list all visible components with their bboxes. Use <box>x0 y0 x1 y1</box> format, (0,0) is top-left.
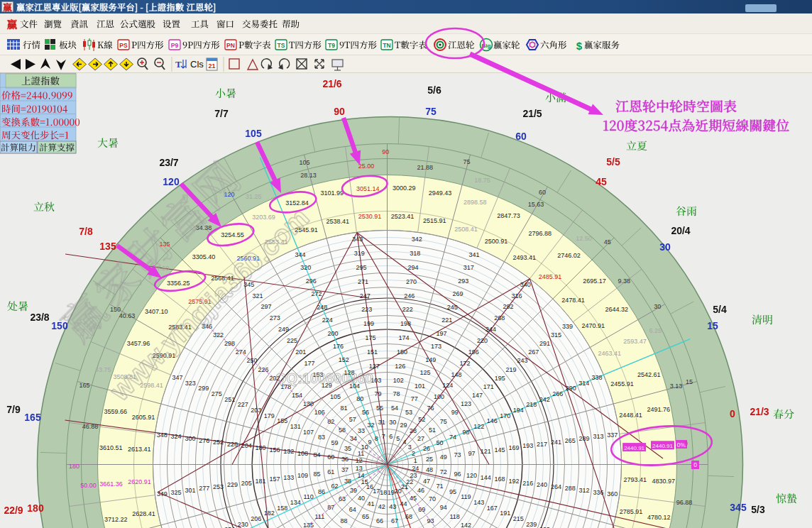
svg-text:T: T <box>175 59 182 70</box>
svg-text:180: 180 <box>255 444 265 451</box>
svg-text:30: 30 <box>389 419 396 426</box>
svg-text:223: 223 <box>361 306 372 313</box>
svg-text:52: 52 <box>418 416 425 423</box>
svg-text:266: 266 <box>552 390 563 397</box>
svg-text:337: 337 <box>607 431 618 439</box>
svg-text:273: 273 <box>270 314 280 321</box>
svg-text:222: 222 <box>402 306 413 313</box>
svg-text:21.88: 21.88 <box>417 164 434 171</box>
svg-text:2746.02: 2746.02 <box>557 252 581 259</box>
svg-text:46: 46 <box>417 487 424 494</box>
svg-text:5: 5 <box>396 435 400 442</box>
svg-text:85: 85 <box>313 471 320 478</box>
svg-text:319: 319 <box>354 250 365 257</box>
svg-text:7/9: 7/9 <box>6 404 21 415</box>
svg-text:59: 59 <box>331 439 339 446</box>
svg-text:90: 90 <box>334 106 345 117</box>
svg-text:199: 199 <box>363 320 374 327</box>
svg-text:180: 180 <box>69 463 79 470</box>
svg-text:130: 130 <box>303 400 314 407</box>
svg-text:320: 320 <box>300 264 311 271</box>
svg-text:54: 54 <box>391 405 398 412</box>
svg-text:38: 38 <box>344 478 351 485</box>
svg-text:121: 121 <box>481 448 491 455</box>
svg-text:5/3: 5/3 <box>751 504 765 515</box>
svg-text:2470.91: 2470.91 <box>581 322 605 329</box>
svg-text:3712.22: 3712.22 <box>104 516 128 523</box>
svg-text:221: 221 <box>441 317 452 324</box>
svg-text:314: 314 <box>578 380 589 387</box>
svg-text:3356.25: 3356.25 <box>167 280 190 287</box>
svg-text:154: 154 <box>292 392 302 399</box>
svg-text:321: 321 <box>252 292 263 299</box>
svg-text:70: 70 <box>429 495 436 502</box>
svg-text:3254.55: 3254.55 <box>221 231 244 238</box>
svg-text:135: 135 <box>303 522 314 528</box>
svg-text:245: 245 <box>447 304 458 311</box>
svg-text:2695.17: 2695.17 <box>583 277 606 285</box>
svg-text:143: 143 <box>473 499 484 506</box>
svg-text:108: 108 <box>297 450 308 457</box>
svg-text:21/5: 21/5 <box>522 108 542 119</box>
svg-text:219: 219 <box>505 366 516 373</box>
svg-text:51: 51 <box>429 427 436 434</box>
svg-text:2538.41: 2538.41 <box>326 218 349 225</box>
svg-text:15.63: 15.63 <box>528 201 544 208</box>
svg-text:290: 290 <box>566 385 576 392</box>
svg-text:3152.84: 3152.84 <box>285 199 309 207</box>
svg-text:30: 30 <box>659 241 671 253</box>
svg-text:57: 57 <box>349 416 356 423</box>
svg-text:146: 146 <box>487 417 498 424</box>
svg-text:165: 165 <box>24 412 41 423</box>
svg-text:119: 119 <box>461 493 471 500</box>
svg-text:148: 148 <box>451 371 461 378</box>
svg-text:244: 244 <box>485 326 496 333</box>
svg-text:313: 313 <box>593 433 603 440</box>
svg-text:46.88: 46.88 <box>82 423 99 430</box>
svg-text:240: 240 <box>537 481 547 488</box>
svg-text:22/9: 22/9 <box>4 505 23 516</box>
svg-text:144: 144 <box>481 474 491 481</box>
svg-text:252: 252 <box>213 439 224 446</box>
svg-text:35: 35 <box>344 445 351 452</box>
svg-text:9: 9 <box>368 439 372 446</box>
svg-text:110: 110 <box>303 493 313 500</box>
svg-text:45: 45 <box>604 238 611 246</box>
svg-text:101: 101 <box>415 383 425 390</box>
svg-text:203: 203 <box>251 407 261 414</box>
svg-text:18: 18 <box>380 489 387 496</box>
svg-text:39: 39 <box>350 487 357 494</box>
svg-text:32: 32 <box>367 422 374 429</box>
svg-text:296: 296 <box>306 277 317 285</box>
svg-text:2593.47: 2593.47 <box>623 338 647 345</box>
svg-text:172: 172 <box>460 360 471 367</box>
svg-text:228: 228 <box>227 441 238 448</box>
svg-text:21/6: 21/6 <box>322 78 341 89</box>
svg-text:2898.58: 2898.58 <box>463 199 487 206</box>
svg-text:2: 2 <box>412 450 415 457</box>
svg-text:31.25: 31.25 <box>246 193 262 200</box>
svg-text:120: 120 <box>466 472 477 479</box>
svg-text:247: 247 <box>360 292 371 299</box>
svg-text:102: 102 <box>393 377 404 384</box>
svg-text:135: 135 <box>99 241 116 252</box>
svg-text:67: 67 <box>391 517 398 524</box>
svg-text:3203.69: 3203.69 <box>252 214 275 221</box>
svg-text:2440.91: 2440.91 <box>652 443 673 449</box>
svg-text:3101.99: 3101.99 <box>320 189 344 197</box>
svg-text:5/4: 5/4 <box>713 304 727 315</box>
svg-text:340: 340 <box>520 281 531 288</box>
svg-text:269: 269 <box>452 290 463 297</box>
svg-text:65: 65 <box>362 513 369 520</box>
svg-text:131: 131 <box>290 423 301 430</box>
svg-text:15: 15 <box>707 320 718 331</box>
svg-text:292: 292 <box>503 303 513 310</box>
svg-text:180: 180 <box>27 502 44 514</box>
svg-text:2605.91: 2605.91 <box>132 414 155 421</box>
svg-text:342: 342 <box>412 236 422 243</box>
svg-text:19: 19 <box>388 489 395 496</box>
svg-text:Cls: Cls <box>190 59 204 70</box>
svg-text:25: 25 <box>426 456 433 463</box>
svg-text:127: 127 <box>369 363 380 370</box>
svg-text:156: 156 <box>269 446 280 453</box>
